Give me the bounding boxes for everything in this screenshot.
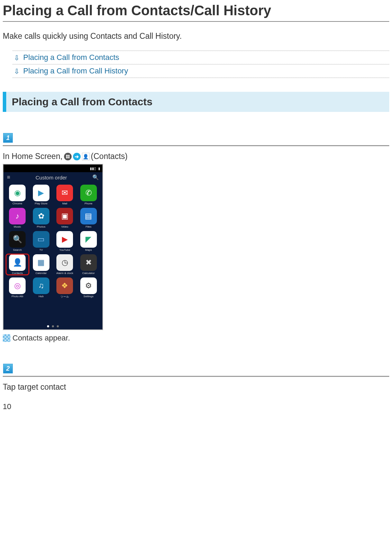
app-icon: ✆	[80, 185, 97, 201]
toc-link[interactable]: Placing a Call from Contacts	[23, 53, 119, 62]
app-icon: ▶	[33, 185, 49, 201]
app-alarm-clock: ◷Alarm & clock	[54, 254, 76, 275]
step-number-icon: 2	[3, 363, 13, 374]
app-icon: ▦	[33, 254, 49, 271]
app-icon: ◤	[80, 231, 97, 248]
app-label: Search	[13, 248, 22, 251]
app-label: Video	[61, 225, 68, 228]
app-maps: ◤Maps	[78, 231, 100, 251]
signal-icon: ▮▮▯	[90, 167, 96, 170]
app-icon: ▭	[33, 231, 49, 248]
arrow-right-icon: ➔	[73, 153, 81, 160]
contacts-icon: 👤	[82, 153, 90, 160]
phone-app-grid: ◉Chrome▶Play Store✉Mail✆Phone♪Music✿Phot…	[3, 183, 102, 299]
step-number: 2	[3, 364, 13, 373]
app-hub: ♫Hub	[30, 277, 53, 299]
app-label: Photo Alb	[11, 295, 23, 298]
table-of-contents: ⇩ Placing a Call from Contacts ⇩ Placing…	[12, 51, 389, 78]
app-phone: ✆Phone	[78, 185, 100, 205]
app-label: Music	[14, 225, 21, 228]
toc-item-contacts[interactable]: ⇩ Placing a Call from Contacts	[12, 51, 389, 64]
app-label: Calendar	[36, 272, 47, 275]
app-icon: ❖	[56, 277, 73, 294]
toc-item-call-history[interactable]: ⇩ Placing a Call from Call History	[12, 64, 389, 78]
toc-link[interactable]: Placing a Call from Call History	[23, 67, 128, 76]
app-youtube: ▶YouTube	[54, 231, 76, 251]
app-label: YouTube	[60, 248, 70, 251]
app-label: Files	[85, 225, 91, 228]
app-photos: ✿Photos	[30, 208, 53, 228]
app-calendar: ▦Calendar	[30, 254, 53, 275]
app-files: ▤Files	[78, 208, 100, 228]
app-label: ツール	[61, 295, 69, 299]
search-icon: 🔍	[92, 174, 99, 180]
step-2: 2 Tap target contact	[3, 363, 389, 392]
step-instruction: In Home Screen, ➔ 👤 (Contacts)	[3, 152, 389, 161]
app-label: TV	[39, 248, 43, 251]
step-instruction: Tap target contact	[3, 382, 389, 392]
step-divider	[3, 145, 389, 146]
battery-icon: ▮	[98, 167, 100, 170]
step-text-before: In Home Screen,	[3, 152, 63, 161]
app-settings: ⚙Settings	[78, 277, 100, 299]
app-music: ♪Music	[6, 208, 29, 228]
app-label: Play Store	[35, 202, 47, 205]
phone-status-bar: ▮▮▯ ▮	[3, 165, 102, 172]
app-icon: ▣	[56, 208, 73, 224]
app-label: Hub	[38, 295, 44, 298]
result-text: Contacts appear.	[12, 334, 70, 343]
app-icon: ⚙	[80, 277, 97, 294]
step-number: 1	[3, 133, 13, 143]
step-1: 1 In Home Screen, ➔ 👤 (Contacts) ▮▮▯ ▮ ≡…	[3, 133, 389, 343]
menu-icon: ≡	[7, 174, 10, 180]
step-divider	[3, 376, 389, 377]
step-text-after: (Contacts)	[91, 152, 128, 161]
step-text: Tap target contact	[3, 382, 66, 392]
app-icon: ◷	[56, 254, 73, 271]
app-label: Contacts	[12, 272, 23, 275]
step-number-icon: 1	[3, 133, 13, 143]
result-marker-icon	[3, 334, 10, 342]
app-tv: ▭TV	[30, 231, 53, 251]
app-photo-alb: ◎Photo Alb	[6, 277, 29, 299]
app-icon: 🔍	[9, 231, 26, 248]
app-video: ▣Video	[54, 208, 76, 228]
app-icon: ▶	[56, 231, 73, 248]
app-icon: ✿	[33, 208, 49, 224]
app-icon: ✉	[56, 185, 73, 201]
app-label: Maps	[85, 248, 92, 251]
page-title: Placing a Call from Contacts/Call Histor…	[3, 3, 389, 22]
app-search: 🔍Search	[6, 231, 29, 251]
app-label: Mail	[62, 202, 67, 205]
app-label: Photos	[37, 225, 45, 228]
phone-header-title: Custom order	[36, 175, 67, 180]
apps-grid-icon	[64, 153, 72, 160]
app-calculator: ✖Calculator	[78, 254, 100, 275]
app-label: Alarm & clock	[56, 272, 73, 275]
app-icon: ▤	[80, 208, 97, 224]
intro-text: Make calls quickly using Contacts and Ca…	[3, 32, 389, 41]
down-arrow-icon: ⇩	[14, 68, 20, 75]
app-chrome: ◉Chrome	[6, 185, 29, 205]
step-result: Contacts appear.	[3, 334, 389, 343]
app-icon: 👤	[9, 254, 26, 271]
app-play-store: ▶Play Store	[30, 185, 53, 205]
app-mail: ✉Mail	[54, 185, 76, 205]
app-label: Calculator	[82, 272, 95, 275]
app-icon: ♪	[9, 208, 26, 224]
phone-screenshot: ▮▮▯ ▮ ≡ Custom order 🔍 ◉Chrome▶Play Stor…	[3, 164, 103, 330]
app-label: Settings	[83, 295, 93, 298]
app-contacts: 👤Contacts	[6, 254, 29, 275]
page-number: 10	[3, 402, 389, 411]
app-label: Chrome	[12, 202, 22, 205]
app-icon: ◉	[9, 185, 26, 201]
app-label: Phone	[84, 202, 92, 205]
phone-header: ≡ Custom order 🔍	[3, 172, 102, 183]
app-icon: ◎	[9, 277, 26, 294]
app-icon: ♫	[33, 277, 49, 294]
app--: ❖ツール	[54, 277, 76, 299]
app-icon: ✖	[80, 254, 97, 271]
down-arrow-icon: ⇩	[14, 54, 20, 61]
section-heading: Placing a Call from Contacts	[3, 92, 389, 112]
page-indicator	[3, 325, 102, 327]
